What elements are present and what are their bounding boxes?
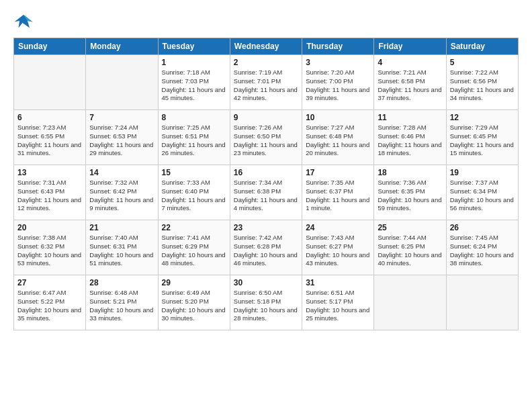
page-container: SundayMondayTuesdayWednesdayThursdayFrid… bbox=[0, 0, 532, 411]
cell-info: Sunrise: 7:43 AM Sunset: 6:27 PM Dayligh… bbox=[306, 234, 370, 268]
weekday-header-saturday: Saturday bbox=[446, 38, 518, 55]
cell-info: Sunrise: 7:24 AM Sunset: 6:53 PM Dayligh… bbox=[89, 124, 154, 158]
calendar-cell: 22Sunrise: 7:41 AM Sunset: 6:29 PM Dayli… bbox=[158, 220, 230, 275]
calendar-week-0: 1Sunrise: 7:18 AM Sunset: 7:03 PM Daylig… bbox=[14, 55, 519, 110]
day-number: 20 bbox=[17, 223, 82, 232]
calendar-cell: 13Sunrise: 7:31 AM Sunset: 6:43 PM Dayli… bbox=[14, 165, 86, 220]
calendar-cell: 5Sunrise: 7:22 AM Sunset: 6:56 PM Daylig… bbox=[446, 55, 518, 110]
calendar-cell: 1Sunrise: 7:18 AM Sunset: 7:03 PM Daylig… bbox=[158, 55, 230, 110]
calendar-cell: 21Sunrise: 7:40 AM Sunset: 6:31 PM Dayli… bbox=[86, 220, 158, 275]
calendar-week-4: 27Sunrise: 6:47 AM Sunset: 5:22 PM Dayli… bbox=[14, 275, 519, 330]
day-number: 29 bbox=[162, 278, 226, 287]
calendar-cell: 29Sunrise: 6:49 AM Sunset: 5:20 PM Dayli… bbox=[158, 275, 230, 330]
cell-info: Sunrise: 7:31 AM Sunset: 6:43 PM Dayligh… bbox=[17, 179, 82, 213]
day-number: 28 bbox=[89, 278, 154, 287]
calendar-cell: 11Sunrise: 7:28 AM Sunset: 6:46 PM Dayli… bbox=[374, 110, 446, 165]
day-number: 11 bbox=[378, 113, 442, 122]
calendar-week-2: 13Sunrise: 7:31 AM Sunset: 6:43 PM Dayli… bbox=[14, 165, 519, 220]
calendar-table: SundayMondayTuesdayWednesdayThursdayFrid… bbox=[13, 38, 519, 330]
calendar-cell: 17Sunrise: 7:35 AM Sunset: 6:37 PM Dayli… bbox=[302, 165, 374, 220]
day-number: 30 bbox=[234, 278, 298, 287]
calendar-cell: 23Sunrise: 7:42 AM Sunset: 6:28 PM Dayli… bbox=[230, 220, 302, 275]
day-number: 24 bbox=[306, 223, 370, 232]
calendar-cell bbox=[446, 275, 518, 330]
weekday-header-monday: Monday bbox=[86, 38, 158, 55]
cell-info: Sunrise: 6:50 AM Sunset: 5:18 PM Dayligh… bbox=[234, 289, 298, 323]
cell-info: Sunrise: 7:40 AM Sunset: 6:31 PM Dayligh… bbox=[89, 234, 154, 268]
cell-info: Sunrise: 7:36 AM Sunset: 6:35 PM Dayligh… bbox=[378, 179, 442, 213]
calendar-cell: 3Sunrise: 7:20 AM Sunset: 7:00 PM Daylig… bbox=[302, 55, 374, 110]
cell-info: Sunrise: 6:48 AM Sunset: 5:21 PM Dayligh… bbox=[89, 289, 154, 323]
day-number: 2 bbox=[234, 58, 298, 67]
calendar-header-row: SundayMondayTuesdayWednesdayThursdayFrid… bbox=[14, 38, 519, 55]
weekday-header-thursday: Thursday bbox=[302, 38, 374, 55]
svg-marker-0 bbox=[15, 15, 33, 28]
calendar-cell bbox=[14, 55, 86, 110]
weekday-header-friday: Friday bbox=[374, 38, 446, 55]
logo-icon bbox=[13, 11, 34, 31]
day-number: 22 bbox=[162, 223, 226, 232]
day-number: 16 bbox=[234, 168, 298, 177]
cell-info: Sunrise: 7:25 AM Sunset: 6:51 PM Dayligh… bbox=[162, 124, 226, 158]
day-number: 15 bbox=[162, 168, 226, 177]
calendar-cell bbox=[86, 55, 158, 110]
cell-info: Sunrise: 7:19 AM Sunset: 7:01 PM Dayligh… bbox=[234, 68, 298, 103]
calendar-cell: 26Sunrise: 7:45 AM Sunset: 6:24 PM Dayli… bbox=[446, 220, 518, 275]
cell-info: Sunrise: 7:44 AM Sunset: 6:25 PM Dayligh… bbox=[378, 234, 442, 268]
cell-info: Sunrise: 7:22 AM Sunset: 6:56 PM Dayligh… bbox=[450, 68, 515, 103]
cell-info: Sunrise: 7:28 AM Sunset: 6:46 PM Dayligh… bbox=[378, 124, 442, 158]
calendar-week-3: 20Sunrise: 7:38 AM Sunset: 6:32 PM Dayli… bbox=[14, 220, 519, 275]
cell-info: Sunrise: 7:29 AM Sunset: 6:45 PM Dayligh… bbox=[450, 124, 515, 158]
calendar-cell: 6Sunrise: 7:23 AM Sunset: 6:55 PM Daylig… bbox=[14, 110, 86, 165]
cell-info: Sunrise: 7:20 AM Sunset: 7:00 PM Dayligh… bbox=[306, 68, 370, 103]
calendar-cell: 18Sunrise: 7:36 AM Sunset: 6:35 PM Dayli… bbox=[374, 165, 446, 220]
weekday-header-wednesday: Wednesday bbox=[230, 38, 302, 55]
calendar-cell: 4Sunrise: 7:21 AM Sunset: 6:58 PM Daylig… bbox=[374, 55, 446, 110]
cell-info: Sunrise: 7:32 AM Sunset: 6:42 PM Dayligh… bbox=[89, 179, 154, 213]
calendar-cell: 31Sunrise: 6:51 AM Sunset: 5:17 PM Dayli… bbox=[302, 275, 374, 330]
day-number: 7 bbox=[89, 113, 154, 122]
calendar-cell: 2Sunrise: 7:19 AM Sunset: 7:01 PM Daylig… bbox=[230, 55, 302, 110]
cell-info: Sunrise: 7:37 AM Sunset: 6:34 PM Dayligh… bbox=[450, 179, 515, 213]
cell-info: Sunrise: 7:27 AM Sunset: 6:48 PM Dayligh… bbox=[306, 124, 370, 158]
calendar-cell bbox=[374, 275, 446, 330]
day-number: 1 bbox=[162, 58, 226, 67]
cell-info: Sunrise: 7:21 AM Sunset: 6:58 PM Dayligh… bbox=[378, 68, 442, 103]
cell-info: Sunrise: 6:49 AM Sunset: 5:20 PM Dayligh… bbox=[162, 289, 226, 323]
day-number: 31 bbox=[306, 278, 370, 287]
calendar-cell: 10Sunrise: 7:27 AM Sunset: 6:48 PM Dayli… bbox=[302, 110, 374, 165]
calendar-week-1: 6Sunrise: 7:23 AM Sunset: 6:55 PM Daylig… bbox=[14, 110, 519, 165]
cell-info: Sunrise: 6:47 AM Sunset: 5:22 PM Dayligh… bbox=[17, 289, 82, 323]
day-number: 8 bbox=[162, 113, 226, 122]
day-number: 5 bbox=[450, 58, 515, 67]
cell-info: Sunrise: 6:51 AM Sunset: 5:17 PM Dayligh… bbox=[306, 289, 370, 323]
day-number: 4 bbox=[378, 58, 442, 67]
day-number: 21 bbox=[89, 223, 154, 232]
weekday-header-sunday: Sunday bbox=[14, 38, 86, 55]
cell-info: Sunrise: 7:34 AM Sunset: 6:38 PM Dayligh… bbox=[234, 179, 298, 213]
cell-info: Sunrise: 7:38 AM Sunset: 6:32 PM Dayligh… bbox=[17, 234, 82, 268]
logo bbox=[13, 11, 36, 31]
calendar-cell: 20Sunrise: 7:38 AM Sunset: 6:32 PM Dayli… bbox=[14, 220, 86, 275]
calendar-cell: 15Sunrise: 7:33 AM Sunset: 6:40 PM Dayli… bbox=[158, 165, 230, 220]
calendar-cell: 28Sunrise: 6:48 AM Sunset: 5:21 PM Dayli… bbox=[86, 275, 158, 330]
cell-info: Sunrise: 7:45 AM Sunset: 6:24 PM Dayligh… bbox=[450, 234, 515, 268]
calendar-cell: 24Sunrise: 7:43 AM Sunset: 6:27 PM Dayli… bbox=[302, 220, 374, 275]
day-number: 10 bbox=[306, 113, 370, 122]
calendar-cell: 16Sunrise: 7:34 AM Sunset: 6:38 PM Dayli… bbox=[230, 165, 302, 220]
calendar-cell: 7Sunrise: 7:24 AM Sunset: 6:53 PM Daylig… bbox=[86, 110, 158, 165]
day-number: 13 bbox=[17, 168, 82, 177]
calendar-cell: 14Sunrise: 7:32 AM Sunset: 6:42 PM Dayli… bbox=[86, 165, 158, 220]
day-number: 25 bbox=[378, 223, 442, 232]
weekday-header-tuesday: Tuesday bbox=[158, 38, 230, 55]
day-number: 17 bbox=[306, 168, 370, 177]
cell-info: Sunrise: 7:33 AM Sunset: 6:40 PM Dayligh… bbox=[162, 179, 226, 213]
calendar-cell: 8Sunrise: 7:25 AM Sunset: 6:51 PM Daylig… bbox=[158, 110, 230, 165]
day-number: 23 bbox=[234, 223, 298, 232]
cell-info: Sunrise: 7:42 AM Sunset: 6:28 PM Dayligh… bbox=[234, 234, 298, 268]
day-number: 6 bbox=[17, 113, 82, 122]
calendar-cell: 9Sunrise: 7:26 AM Sunset: 6:50 PM Daylig… bbox=[230, 110, 302, 165]
day-number: 14 bbox=[89, 168, 154, 177]
cell-info: Sunrise: 7:23 AM Sunset: 6:55 PM Dayligh… bbox=[17, 124, 82, 158]
cell-info: Sunrise: 7:18 AM Sunset: 7:03 PM Dayligh… bbox=[162, 68, 226, 103]
